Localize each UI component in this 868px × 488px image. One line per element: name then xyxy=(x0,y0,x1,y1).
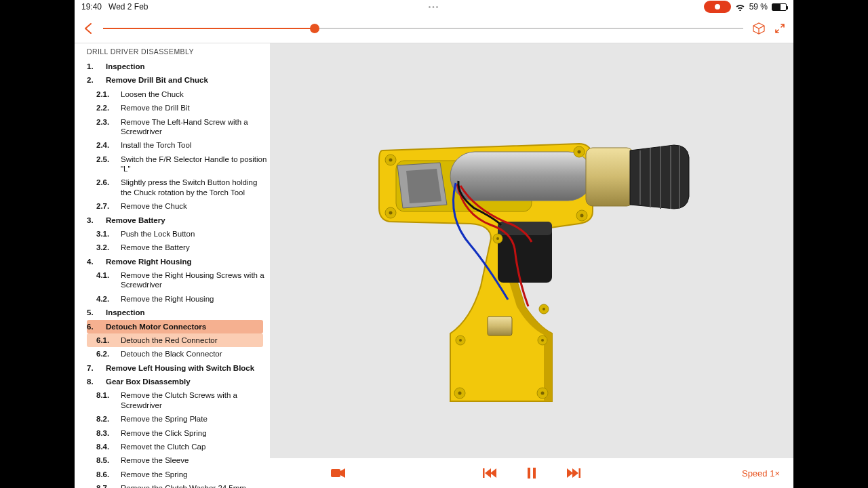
substep-item[interactable]: 8.3.Remove the Click Spring xyxy=(87,426,270,440)
view-cube-icon[interactable] xyxy=(751,21,766,36)
step-item[interactable]: 5.Inspection xyxy=(87,306,270,319)
substep-item[interactable]: 2.5.Switch the F/R Selector Handle to po… xyxy=(87,152,270,176)
timeline-slider[interactable] xyxy=(103,19,743,38)
recording-pill[interactable] xyxy=(704,1,731,13)
substep-item[interactable]: 8.1.Remove the Clutch Screws with a Scre… xyxy=(87,388,270,412)
svg-rect-32 xyxy=(483,468,485,478)
svg-rect-10 xyxy=(488,317,512,336)
battery-icon xyxy=(772,3,787,11)
step-label: Install the Torch Tool xyxy=(121,140,191,150)
substep-item[interactable]: 4.1.Remove the Right Housing Screws with… xyxy=(87,268,270,292)
step-number: 1. xyxy=(87,62,102,71)
substep-item[interactable]: 8.4.Removet the Clutch Cap xyxy=(87,440,270,453)
step-number: 2.7. xyxy=(96,201,117,211)
wifi-icon xyxy=(735,3,745,11)
step-number: 4. xyxy=(87,257,102,266)
step-number: 2.1. xyxy=(96,89,117,99)
substep-item[interactable]: 2.6.Slightly press the Switch Button hol… xyxy=(87,176,270,199)
step-item[interactable]: 4.Remove Right Housing xyxy=(87,255,270,268)
svg-point-30 xyxy=(541,339,544,342)
status-time: 19:40 xyxy=(81,2,102,12)
step-number: 2.2. xyxy=(96,103,117,113)
pause-button[interactable] xyxy=(528,468,536,479)
step-label: Slightly press the Switch Button holding… xyxy=(121,178,267,197)
substep-item[interactable]: 8.2.Remove the Spring Plate xyxy=(87,412,270,426)
timeline-thumb[interactable] xyxy=(310,24,319,33)
step-number: 3.2. xyxy=(96,243,117,252)
step-number: 2.4. xyxy=(96,140,117,150)
step-number: 5. xyxy=(87,308,102,317)
substep-item[interactable]: 8.5.Remove the Sleeve xyxy=(87,453,270,467)
svg-point-21 xyxy=(389,159,393,162)
substep-item[interactable]: 6.1.Detouch the Red Connector xyxy=(87,333,263,347)
step-label: Remove the Chuck xyxy=(121,201,187,211)
step-number: 8.2. xyxy=(96,414,117,424)
svg-point-23 xyxy=(578,150,581,154)
step-label: Loosen the Chuck xyxy=(121,89,184,99)
svg-point-25 xyxy=(496,237,499,240)
step-label: Remove the Spring xyxy=(121,470,187,479)
substep-item[interactable]: 2.2.Remove the Drill Bit xyxy=(87,101,270,115)
step-label: Inspection xyxy=(106,62,145,71)
step-label: Remove the Clutch Washer 24.5mm xyxy=(121,483,246,488)
fullscreen-icon[interactable] xyxy=(774,23,785,34)
step-label: Push the Lock Button xyxy=(121,229,195,239)
step-item[interactable]: 2.Remove Drill Bit and Chuck xyxy=(87,73,270,87)
step-number: 8.5. xyxy=(96,455,117,465)
document-title: DRILL DRIVER DISASSEMBLY xyxy=(87,47,270,56)
svg-rect-2 xyxy=(586,148,633,206)
step-item[interactable]: 6.Detouch Motor Connectors xyxy=(87,320,263,333)
step-label: Remove the Clutch Screws with a Screwdri… xyxy=(121,390,267,410)
step-number: 8.7. xyxy=(96,483,117,488)
step-item[interactable]: 7.Remove Left Housing with Switch Block xyxy=(87,361,270,375)
substep-item[interactable]: 3.1.Push the Lock Button xyxy=(87,227,270,241)
substep-item[interactable]: 2.7.Remove the Chuck xyxy=(87,199,270,213)
drill-model xyxy=(355,103,708,428)
step-number: 8. xyxy=(87,377,102,386)
step-label: Remove Drill Bit and Chuck xyxy=(106,75,208,85)
step-number: 6.2. xyxy=(96,349,117,359)
svg-rect-31 xyxy=(331,469,340,477)
steps-list: 1.Inspection2.Remove Drill Bit and Chuck… xyxy=(87,60,270,488)
substep-item[interactable]: 2.1.Loosen the Chuck xyxy=(87,87,270,101)
substep-item[interactable]: 2.3.Remove The Left-Hand Screw with a Sc… xyxy=(87,115,270,139)
step-item[interactable]: 1.Inspection xyxy=(87,60,270,73)
step-label: Detouch the Red Connector xyxy=(121,336,218,345)
substep-item[interactable]: 4.2.Remove the Right Housing xyxy=(87,292,270,306)
step-number: 6. xyxy=(87,322,102,331)
step-number: 8.3. xyxy=(96,428,117,438)
step-label: Gear Box Disassembly xyxy=(106,377,191,386)
prev-button[interactable] xyxy=(483,468,496,479)
status-bar: 19:40 Wed 2 Feb ••• 59 % xyxy=(75,0,793,14)
step-label: Detouch the Black Connector xyxy=(121,349,222,359)
step-item[interactable]: 8.Gear Box Disassembly xyxy=(87,375,270,388)
status-date: Wed 2 Feb xyxy=(108,2,148,12)
multitask-dots[interactable]: ••• xyxy=(429,3,440,11)
step-label: Remove the Click Spring xyxy=(121,428,207,438)
step-label: Removet the Clutch Cap xyxy=(121,442,205,451)
step-number: 3. xyxy=(87,216,102,225)
step-number: 7. xyxy=(87,363,102,373)
step-number: 8.6. xyxy=(96,470,117,479)
substep-item[interactable]: 8.7.Remove the Clutch Washer 24.5mm xyxy=(87,481,270,488)
step-number: 8.4. xyxy=(96,442,117,451)
step-label: Remove the Spring Plate xyxy=(121,414,208,424)
camera-button[interactable] xyxy=(331,468,346,479)
svg-point-27 xyxy=(458,392,462,395)
substep-item[interactable]: 3.2.Remove the Battery xyxy=(87,241,270,254)
step-item[interactable]: 3.Remove Battery xyxy=(87,214,270,227)
substep-item[interactable]: 2.4.Install the Torch Tool xyxy=(87,138,270,152)
step-label: Remove the Battery xyxy=(121,243,190,252)
substep-item[interactable]: 6.2.Detouch the Black Connector xyxy=(87,347,270,361)
speed-button[interactable]: Speed 1× xyxy=(742,468,780,479)
svg-point-26 xyxy=(542,308,545,310)
next-button[interactable] xyxy=(567,468,580,479)
substep-item[interactable]: 8.6.Remove the Spring xyxy=(87,468,270,481)
viewport-3d[interactable]: Speed 1× xyxy=(270,43,793,488)
back-button[interactable] xyxy=(83,22,95,35)
step-number: 2.3. xyxy=(96,117,117,137)
step-number: 2. xyxy=(87,75,102,85)
step-number: 4.1. xyxy=(96,270,117,290)
step-number: 6.1. xyxy=(96,336,117,345)
step-label: Remove Right Housing xyxy=(106,257,192,266)
